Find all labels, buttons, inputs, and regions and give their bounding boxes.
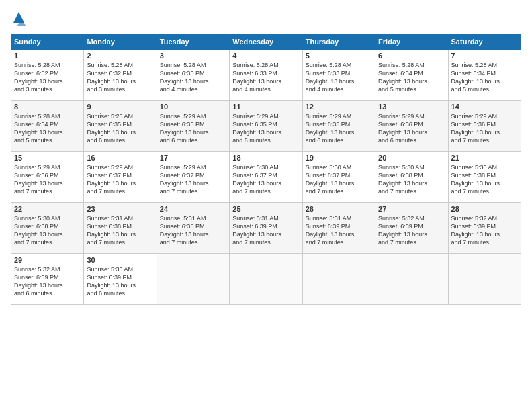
- calendar-cell: 9Sunrise: 5:28 AM Sunset: 6:35 PM Daylig…: [84, 101, 157, 152]
- calendar-cell: 16Sunrise: 5:29 AM Sunset: 6:37 PM Dayli…: [84, 152, 157, 203]
- day-number: 26: [306, 205, 372, 213]
- calendar-cell: 8Sunrise: 5:28 AM Sunset: 6:34 PM Daylig…: [11, 101, 84, 152]
- day-info: Sunrise: 5:29 AM Sunset: 6:35 PM Dayligh…: [306, 112, 372, 145]
- day-info: Sunrise: 5:30 AM Sunset: 6:38 PM Dayligh…: [14, 214, 81, 247]
- day-number: 11: [232, 103, 299, 111]
- calendar-cell: 12Sunrise: 5:29 AM Sunset: 6:35 PM Dayli…: [302, 101, 375, 152]
- day-header-thursday: Thursday: [302, 34, 375, 50]
- calendar-cell: 29Sunrise: 5:32 AM Sunset: 6:39 PM Dayli…: [11, 254, 84, 305]
- calendar-cell: [230, 254, 302, 305]
- day-info: Sunrise: 5:30 AM Sunset: 6:38 PM Dayligh…: [451, 163, 518, 196]
- day-info: Sunrise: 5:28 AM Sunset: 6:35 PM Dayligh…: [87, 112, 153, 145]
- calendar-cell: [302, 254, 375, 305]
- page: SundayMondayTuesdayWednesdayThursdayFrid…: [0, 0, 532, 411]
- calendar-week-1: 1Sunrise: 5:28 AM Sunset: 6:32 PM Daylig…: [11, 50, 521, 101]
- day-info: Sunrise: 5:31 AM Sunset: 6:39 PM Dayligh…: [306, 214, 372, 247]
- day-number: 28: [451, 205, 518, 213]
- calendar-week-5: 29Sunrise: 5:32 AM Sunset: 6:39 PM Dayli…: [11, 254, 521, 305]
- calendar-cell: 20Sunrise: 5:30 AM Sunset: 6:38 PM Dayli…: [375, 152, 448, 203]
- calendar-cell: 30Sunrise: 5:33 AM Sunset: 6:39 PM Dayli…: [84, 254, 157, 305]
- day-number: 19: [306, 154, 372, 162]
- day-header-friday: Friday: [375, 34, 448, 50]
- day-number: 8: [14, 103, 81, 111]
- day-number: 18: [232, 154, 299, 162]
- day-header-sunday: Sunday: [11, 34, 84, 50]
- day-number: 25: [232, 205, 299, 213]
- calendar-cell: [157, 254, 229, 305]
- day-number: 15: [14, 154, 81, 162]
- day-info: Sunrise: 5:33 AM Sunset: 6:39 PM Dayligh…: [87, 265, 153, 298]
- day-info: Sunrise: 5:28 AM Sunset: 6:34 PM Dayligh…: [378, 61, 445, 94]
- day-number: 10: [160, 103, 226, 111]
- day-header-wednesday: Wednesday: [230, 34, 302, 50]
- day-info: Sunrise: 5:28 AM Sunset: 6:33 PM Dayligh…: [160, 61, 226, 94]
- calendar-cell: 5Sunrise: 5:28 AM Sunset: 6:33 PM Daylig…: [302, 50, 375, 101]
- calendar-cell: [375, 254, 448, 305]
- calendar-cell: 23Sunrise: 5:31 AM Sunset: 6:38 PM Dayli…: [84, 203, 157, 254]
- day-number: 2: [87, 52, 153, 60]
- day-info: Sunrise: 5:29 AM Sunset: 6:37 PM Dayligh…: [87, 163, 153, 196]
- day-info: Sunrise: 5:29 AM Sunset: 6:36 PM Dayligh…: [14, 163, 81, 196]
- day-info: Sunrise: 5:30 AM Sunset: 6:37 PM Dayligh…: [232, 163, 299, 196]
- calendar-cell: 19Sunrise: 5:30 AM Sunset: 6:37 PM Dayli…: [302, 152, 375, 203]
- day-number: 24: [160, 205, 226, 213]
- day-info: Sunrise: 5:31 AM Sunset: 6:39 PM Dayligh…: [232, 214, 299, 247]
- day-info: Sunrise: 5:32 AM Sunset: 6:39 PM Dayligh…: [451, 214, 518, 247]
- calendar-cell: 14Sunrise: 5:29 AM Sunset: 6:36 PM Dayli…: [448, 101, 521, 152]
- calendar-cell: 28Sunrise: 5:32 AM Sunset: 6:39 PM Dayli…: [448, 203, 521, 254]
- logo: [11, 11, 30, 27]
- day-number: 12: [306, 103, 372, 111]
- calendar-cell: [448, 254, 521, 305]
- day-info: Sunrise: 5:29 AM Sunset: 6:36 PM Dayligh…: [451, 112, 518, 145]
- day-info: Sunrise: 5:28 AM Sunset: 6:34 PM Dayligh…: [451, 61, 518, 94]
- day-info: Sunrise: 5:30 AM Sunset: 6:38 PM Dayligh…: [378, 163, 445, 196]
- day-info: Sunrise: 5:31 AM Sunset: 6:38 PM Dayligh…: [87, 214, 153, 247]
- day-number: 29: [14, 256, 81, 264]
- calendar-cell: 4Sunrise: 5:28 AM Sunset: 6:33 PM Daylig…: [230, 50, 302, 101]
- day-info: Sunrise: 5:29 AM Sunset: 6:36 PM Dayligh…: [378, 112, 445, 145]
- day-info: Sunrise: 5:28 AM Sunset: 6:33 PM Dayligh…: [232, 61, 299, 94]
- calendar-cell: 24Sunrise: 5:31 AM Sunset: 6:38 PM Dayli…: [157, 203, 229, 254]
- calendar-week-3: 15Sunrise: 5:29 AM Sunset: 6:36 PM Dayli…: [11, 152, 521, 203]
- day-number: 1: [14, 52, 81, 60]
- day-number: 13: [378, 103, 445, 111]
- calendar-week-4: 22Sunrise: 5:30 AM Sunset: 6:38 PM Dayli…: [11, 203, 521, 254]
- day-number: 30: [87, 256, 153, 264]
- calendar-cell: 3Sunrise: 5:28 AM Sunset: 6:33 PM Daylig…: [157, 50, 229, 101]
- day-header-monday: Monday: [84, 34, 157, 50]
- day-info: Sunrise: 5:29 AM Sunset: 6:35 PM Dayligh…: [160, 112, 226, 145]
- day-info: Sunrise: 5:28 AM Sunset: 6:34 PM Dayligh…: [14, 112, 81, 145]
- calendar-cell: 15Sunrise: 5:29 AM Sunset: 6:36 PM Dayli…: [11, 152, 84, 203]
- calendar-table: SundayMondayTuesdayWednesdayThursdayFrid…: [11, 34, 521, 305]
- day-number: 17: [160, 154, 226, 162]
- calendar-header-row: SundayMondayTuesdayWednesdayThursdayFrid…: [11, 34, 521, 50]
- day-number: 6: [378, 52, 445, 60]
- day-info: Sunrise: 5:30 AM Sunset: 6:37 PM Dayligh…: [306, 163, 372, 196]
- day-info: Sunrise: 5:32 AM Sunset: 6:39 PM Dayligh…: [14, 265, 81, 298]
- day-number: 16: [87, 154, 153, 162]
- day-number: 21: [451, 154, 518, 162]
- calendar-cell: 27Sunrise: 5:32 AM Sunset: 6:39 PM Dayli…: [375, 203, 448, 254]
- day-number: 14: [451, 103, 518, 111]
- day-info: Sunrise: 5:28 AM Sunset: 6:32 PM Dayligh…: [87, 61, 153, 94]
- day-number: 23: [87, 205, 153, 213]
- calendar-cell: 7Sunrise: 5:28 AM Sunset: 6:34 PM Daylig…: [448, 50, 521, 101]
- header: [11, 11, 521, 27]
- day-number: 27: [378, 205, 445, 213]
- calendar-cell: 18Sunrise: 5:30 AM Sunset: 6:37 PM Dayli…: [230, 152, 302, 203]
- day-number: 3: [160, 52, 226, 60]
- calendar-cell: 6Sunrise: 5:28 AM Sunset: 6:34 PM Daylig…: [375, 50, 448, 101]
- day-number: 7: [451, 52, 518, 60]
- logo-icon: [11, 11, 27, 27]
- calendar-cell: 1Sunrise: 5:28 AM Sunset: 6:32 PM Daylig…: [11, 50, 84, 101]
- day-number: 22: [14, 205, 81, 213]
- day-info: Sunrise: 5:29 AM Sunset: 6:35 PM Dayligh…: [232, 112, 299, 145]
- calendar-cell: 17Sunrise: 5:29 AM Sunset: 6:37 PM Dayli…: [157, 152, 229, 203]
- calendar-cell: 10Sunrise: 5:29 AM Sunset: 6:35 PM Dayli…: [157, 101, 229, 152]
- day-header-saturday: Saturday: [448, 34, 521, 50]
- day-number: 9: [87, 103, 153, 111]
- day-number: 20: [378, 154, 445, 162]
- calendar-cell: 25Sunrise: 5:31 AM Sunset: 6:39 PM Dayli…: [230, 203, 302, 254]
- calendar-cell: 11Sunrise: 5:29 AM Sunset: 6:35 PM Dayli…: [230, 101, 302, 152]
- calendar-cell: 26Sunrise: 5:31 AM Sunset: 6:39 PM Dayli…: [302, 203, 375, 254]
